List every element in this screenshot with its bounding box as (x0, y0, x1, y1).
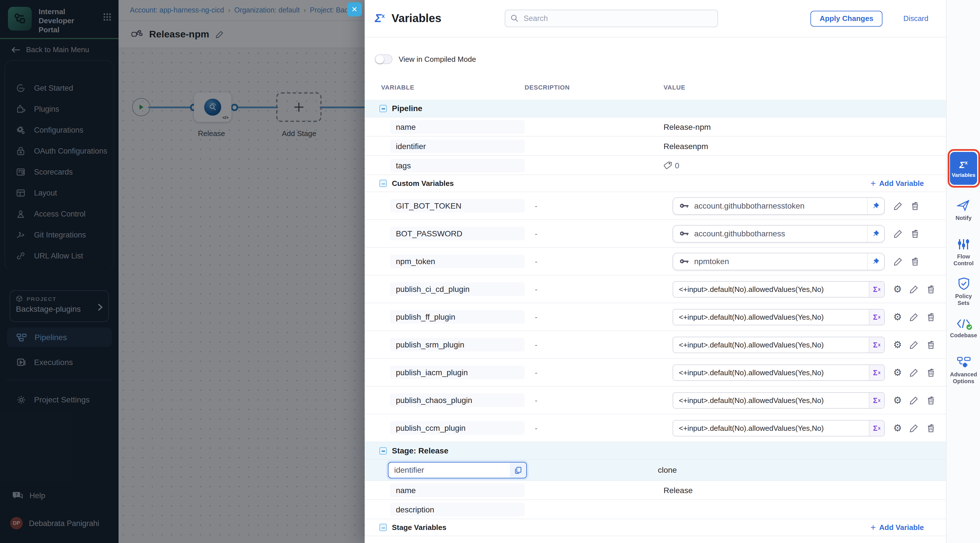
runtime-input-value: <+input>.default(No).allowedValues(Yes,N… (673, 396, 869, 405)
section-title: Custom Variables (392, 179, 454, 187)
add-variable-button[interactable]: + Add Variable (870, 179, 924, 188)
delete-trash-icon[interactable] (910, 256, 920, 266)
close-drawer-button[interactable]: ✕ (347, 2, 362, 16)
compiled-mode-toggle-row: View in Compiled Mode (375, 54, 476, 64)
delete-trash-icon[interactable] (926, 284, 936, 294)
edit-pencil-icon[interactable] (909, 284, 919, 294)
runtime-input-field[interactable]: <+input>.default(No).allowedValues(Yes,N… (673, 364, 885, 381)
settings-gear-icon[interactable]: ⚙ (893, 340, 902, 349)
compiled-mode-toggle[interactable] (375, 54, 393, 64)
variable-name: description (390, 502, 525, 516)
delete-trash-icon[interactable] (910, 229, 920, 238)
variable-description: - (535, 284, 663, 294)
expression-sigma-icon[interactable]: Σx (869, 281, 884, 297)
secret-value-field[interactable]: npmtoken (673, 252, 885, 270)
pin-icon[interactable] (867, 253, 884, 270)
edit-pencil-icon[interactable] (909, 340, 919, 349)
collapse-icon[interactable] (379, 105, 387, 112)
column-description: DESCRIPTION (525, 84, 663, 98)
identifier-input[interactable] (388, 465, 510, 475)
variable-description: - (535, 340, 663, 349)
runtime-input-field[interactable]: <+input>.default(No).allowedValues(Yes,N… (673, 392, 885, 408)
variable-name: publish_chaos_plugin (390, 393, 525, 407)
variable-name: publish_ff_plugin (390, 310, 525, 324)
expression-sigma-icon[interactable]: Σx (869, 420, 884, 436)
settings-gear-icon[interactable]: ⚙ (893, 284, 902, 294)
section-title: Pipeline (392, 104, 422, 113)
variable-description: - (535, 423, 663, 432)
runtime-input-field[interactable]: <+input>.default(No).allowedValues(Yes,N… (673, 281, 885, 297)
delete-trash-icon[interactable] (926, 368, 936, 377)
collapse-icon[interactable] (379, 524, 387, 531)
discard-button[interactable]: Discard (900, 14, 932, 23)
rail-item-codebase[interactable]: Codebase (947, 318, 980, 339)
compiled-mode-label: View in Compiled Mode (399, 55, 476, 64)
edit-pencil-icon[interactable] (909, 395, 919, 405)
variable-name: GIT_BOT_TOKEN (390, 199, 525, 213)
rail-item-policy-sets[interactable]: Policy Sets (947, 277, 980, 306)
table-row: GIT_BOT_TOKEN - account.githubbotharness… (365, 192, 946, 220)
expression-sigma-icon[interactable]: Σx (869, 309, 884, 324)
delete-trash-icon[interactable] (926, 395, 936, 405)
edit-pencil-icon[interactable] (909, 368, 919, 377)
codebase-icon (956, 318, 971, 329)
collapse-icon[interactable] (379, 447, 387, 454)
secret-value-field[interactable]: account.githubbotharnesstoken (673, 197, 885, 214)
identifier-input-wrap (388, 462, 527, 478)
runtime-input-field[interactable]: <+input>.default(No).allowedValues(Yes,N… (673, 309, 885, 325)
secret-value-field[interactable]: account.githubbotharness (673, 225, 885, 242)
edit-pencil-icon[interactable] (909, 312, 919, 322)
tag-icon (663, 161, 672, 170)
delete-trash-icon[interactable] (910, 201, 920, 211)
drawer-header: Σx Variables Apply Changes Discard (365, 0, 946, 37)
runtime-input-value: <+input>.default(No).allowedValues(Yes,N… (673, 424, 869, 432)
collapse-icon[interactable] (379, 180, 387, 187)
variable-value: Release (663, 486, 946, 495)
copy-icon[interactable] (510, 462, 526, 478)
edit-pencil-icon[interactable] (893, 256, 903, 266)
variables-drawer: Σx Variables Apply Changes Discard View … (365, 0, 946, 543)
settings-gear-icon[interactable]: ⚙ (893, 423, 902, 433)
expression-sigma-icon[interactable]: Σx (869, 365, 884, 380)
runtime-input-field[interactable]: <+input>.default(No).allowedValues(Yes,N… (673, 337, 885, 353)
expression-sigma-icon[interactable]: Σx (869, 337, 884, 352)
variable-description: - (535, 312, 663, 321)
table-row: publish_srm_plugin - <+input>.default(No… (365, 331, 946, 359)
table-row: description (365, 500, 946, 519)
variable-value: Release-npm (663, 122, 946, 131)
key-icon (679, 258, 689, 265)
apply-changes-button[interactable]: Apply Changes (811, 11, 883, 26)
variable-description: - (535, 395, 663, 405)
delete-trash-icon[interactable] (926, 312, 936, 322)
edit-pencil-icon[interactable] (893, 201, 903, 211)
pin-icon[interactable] (867, 197, 884, 214)
expression-sigma-icon[interactable]: Σx (869, 392, 884, 408)
settings-gear-icon[interactable]: ⚙ (893, 368, 902, 377)
plus-icon: + (870, 523, 876, 532)
runtime-input-field[interactable]: <+input>.default(No).allowedValues(Yes,N… (673, 420, 885, 436)
variable-name: publish_ci_cd_plugin (390, 282, 525, 296)
rail-item-notify[interactable]: Notify (947, 200, 980, 222)
add-variable-button[interactable]: + Add Variable (870, 523, 924, 532)
rail-item-variables[interactable]: Σx Variables (950, 152, 977, 185)
table-row: name Release-npm (365, 117, 946, 137)
secret-value: account.githubbotharness (694, 229, 867, 238)
modal-overlay[interactable] (0, 0, 365, 543)
rail-item-flow-control[interactable]: Flow Control (947, 238, 980, 267)
settings-gear-icon[interactable]: ⚙ (893, 395, 902, 405)
advanced-options-icon (956, 357, 970, 368)
search-box (505, 10, 718, 27)
edit-pencil-icon[interactable] (893, 229, 903, 238)
settings-gear-icon[interactable]: ⚙ (893, 312, 902, 322)
delete-trash-icon[interactable] (926, 340, 936, 349)
table-row: publish_iacm_plugin - <+input>.default(N… (365, 359, 946, 387)
key-icon (679, 202, 689, 209)
rail-item-advanced-options[interactable]: Advanced Options (947, 357, 980, 385)
edit-pencil-icon[interactable] (909, 423, 919, 433)
pin-icon[interactable] (867, 225, 884, 242)
delete-trash-icon[interactable] (926, 423, 936, 433)
table-row: identifier Releasenpm (365, 137, 946, 156)
secret-value: account.githubbotharnesstoken (694, 201, 867, 210)
search-input[interactable] (505, 10, 718, 27)
column-value: VALUE (663, 84, 946, 98)
